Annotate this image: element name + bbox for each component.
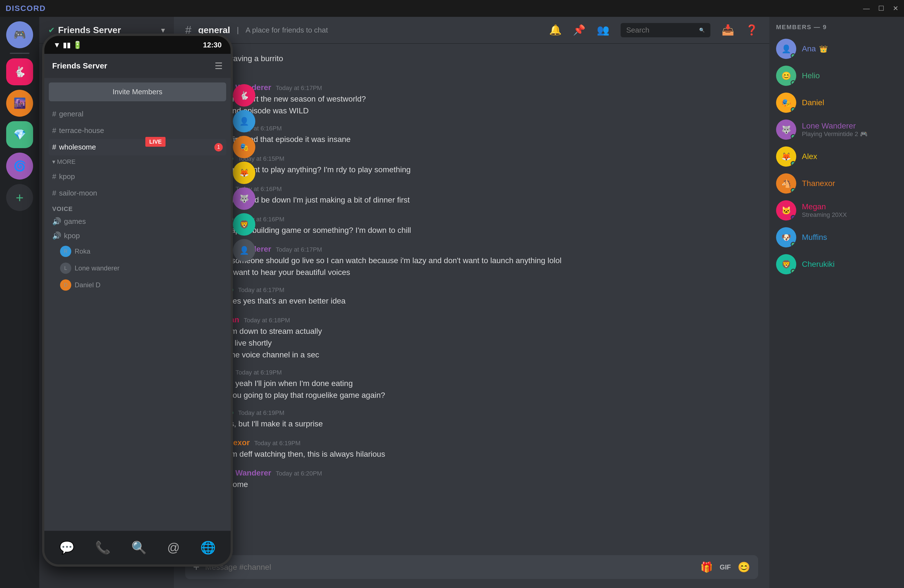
message-text: Anyone want to play anything? I'm rdy to… (214, 164, 758, 175)
messages-container[interactable]: 😊 I'm craving a burrito 🐺 Lone Wanderer … (174, 44, 769, 550)
hash-icon: # (52, 126, 56, 135)
status-dot-thanexor (791, 188, 796, 193)
message-text: I'm craving a burrito (214, 53, 758, 65)
server-dropdown-icon: ▾ (161, 25, 165, 35)
message-header: Helio Today at 6:15PM (214, 154, 758, 163)
member-item-muffins[interactable]: 🐶 Muffins (769, 224, 904, 251)
mobile-server-name: Friends Server (52, 62, 107, 70)
bell-icon[interactable]: 🔔 (549, 24, 562, 36)
status-dot-daniel (791, 107, 796, 112)
member-item-cherukiki[interactable]: 🦁 Cherukiki (769, 251, 904, 278)
message-text: Are you going to play that roguelike gam… (214, 389, 758, 401)
member-item-lone-wanderer[interactable]: 🐺 Lone Wanderer Playing Vermintide 2 🎮 (769, 116, 904, 143)
message-input-box: + 🎁 GIF 😊 (185, 555, 758, 579)
message-header: Lone Wanderer Today at 6:20PM (214, 468, 758, 477)
close-button[interactable]: ✕ (893, 5, 898, 12)
mobile-voice-games[interactable]: 🔊games (49, 214, 226, 229)
table-row: 😊 I'm craving a burrito (185, 51, 758, 79)
app-container: 🎮 🐇 🌆 💎 🌀 + ✔ Friends Server ▾ Invite Me… (0, 17, 904, 588)
maximize-button[interactable]: ☐ (878, 5, 884, 12)
mobile-voice-user-lone: L Lone wanderer (49, 260, 226, 277)
server-icon-friends[interactable]: 🐇 (6, 58, 33, 85)
hash-icon: # (52, 143, 56, 152)
wifi-icon: ▼ (53, 41, 61, 49)
message-text: Second episode was WILD (214, 105, 758, 117)
mobile-channel-kpop[interactable]: #kpop (49, 168, 226, 185)
mobile-tab-profile[interactable]: 🌐 (200, 540, 216, 555)
status-dot-helio (791, 80, 796, 85)
message-header: Helio Today at 6:19PM (214, 408, 758, 417)
message-header: Thanexor Today at 6:19PM (214, 438, 758, 447)
server-icon-discord[interactable]: 🎮 (6, 21, 33, 48)
mobile-tab-mention[interactable]: @ (167, 541, 180, 555)
mobile-voice-kpop[interactable]: 🔊kpop (49, 229, 226, 243)
server-divider (10, 53, 30, 54)
mobile-channel-general[interactable]: #general (49, 106, 226, 122)
mobile-tab-search[interactable]: 🔍 (131, 540, 147, 555)
mobile-invite-button[interactable]: Invite Members (49, 82, 226, 101)
search-box[interactable]: 🔍 (621, 23, 710, 37)
table-row: 🐺 Lone Wanderer Today at 6:17PM Anyone s… (185, 81, 758, 119)
message-timestamp: Today at 6:18PM (244, 317, 290, 324)
table-row: 🐴 Thanexor Today at 6:19PM Oh I'm deff w… (185, 436, 758, 464)
members-sidebar: MEMBERS — 9 👤 Ana 👑 😊 Helio 🎭 (769, 17, 904, 588)
member-item-daniel[interactable]: 🎭 Daniel (769, 89, 904, 116)
avatar-muffins: 🐶 (776, 227, 796, 247)
member-item-thanexor[interactable]: 🐴 Thanexor (769, 170, 904, 197)
emoji-icon[interactable]: 😊 (738, 561, 750, 573)
mobile-channel-wholesome[interactable]: #wholesome 1 (49, 139, 226, 155)
message-timestamp: Today at 6:19PM (238, 409, 284, 417)
member-name-muffins: Muffins (802, 233, 827, 242)
server-icon-3[interactable]: 🌆 (6, 90, 33, 117)
mobile-tab-calls[interactable]: 📞 (95, 540, 111, 555)
member-item-helio[interactable]: 😊 Helio (769, 62, 904, 89)
avatar-daniel: 🎭 (776, 93, 796, 113)
chat-channel-desc: A place for friends to chat (245, 26, 328, 35)
status-dot-cherukiki (791, 269, 796, 274)
table-row: 🐺 Lone Wanderer Today at 6:17PM Ohh some… (185, 242, 758, 281)
table-row: 😊 Helio Today at 6:17PM yes yes yes that… (185, 283, 758, 311)
member-status-megan: Streaming 20XX (802, 211, 847, 218)
status-dot-alex (791, 161, 796, 166)
mobile-channel-terrace-house[interactable]: #terrace-house (49, 122, 226, 139)
minimize-button[interactable]: — (863, 5, 870, 12)
member-item-alex[interactable]: 🦊 Alex (769, 143, 904, 170)
battery-icon: 🔋 (73, 41, 82, 49)
help-icon[interactable]: ❓ (746, 24, 758, 36)
status-dot-megan (791, 215, 796, 220)
gif-icon[interactable]: GIF (720, 563, 731, 571)
mobile-tab-chat[interactable]: 💬 (59, 540, 74, 555)
mini-avatars-column: 🐇 👤 🎭 🦊 🐺 🦁 👤 (233, 84, 255, 261)
mobile-signal-icons: ▼ ▮▮ 🔋 (53, 41, 82, 49)
server-icon-5[interactable]: 🌀 (6, 153, 33, 180)
search-input[interactable] (626, 26, 696, 35)
members-header: MEMBERS — 9 (769, 24, 904, 35)
member-item-megan[interactable]: 🐱 Megan Streaming 20XX (769, 197, 904, 224)
gift-icon[interactable]: 🎁 (700, 561, 713, 573)
speaker-icon: 🔊 (52, 231, 61, 240)
member-name-daniel: Daniel (802, 98, 824, 107)
add-server-button[interactable]: + (6, 184, 33, 211)
mobile-channel-sailor-moon[interactable]: #sailor-moon (49, 185, 226, 201)
mini-avatar-7: 👤 (233, 239, 255, 261)
table-row: 🦊 Alex Today at 6:19PM Dope yeah I'll jo… (185, 365, 758, 403)
avatar-cherukiki: 🦁 (776, 254, 796, 274)
message-input[interactable] (205, 563, 695, 572)
inbox-icon[interactable]: 📥 (722, 24, 734, 36)
mobile-menu-icon[interactable]: ☰ (215, 61, 223, 71)
message-timestamp: Today at 6:20PM (276, 470, 322, 477)
table-row: 😊 Helio Today at 6:15PM Anyone want to p… (185, 152, 758, 180)
server-icon-4[interactable]: 💎 (6, 121, 33, 148)
mobile-more-label[interactable]: ▾ MORE (49, 155, 226, 168)
table-row: 🦊 Alex Today at 6:16PM Just finished tha… (185, 121, 758, 149)
member-status-lone: Playing Vermintide 2 🎮 (802, 130, 868, 138)
member-item-ana[interactable]: 👤 Ana 👑 (769, 35, 904, 62)
member-badge-ana: 👑 (819, 45, 828, 53)
pin-icon[interactable]: 📌 (573, 24, 586, 36)
members-icon[interactable]: 👥 (597, 24, 609, 36)
message-header: Lone Wanderer Today at 6:17PM (214, 83, 758, 92)
message-header: Alex Today at 6:16PM (214, 184, 758, 193)
message-content: Alex Today at 6:16PM Just finished that … (214, 123, 758, 147)
mobile-voice-name-lone: Lone wanderer (74, 264, 120, 272)
message-header: Helio Today at 6:17PM (214, 285, 758, 294)
